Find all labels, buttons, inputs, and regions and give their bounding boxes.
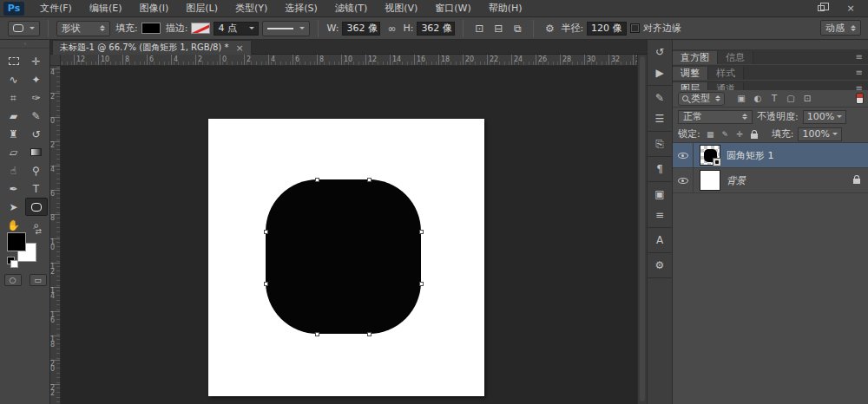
layer-filter-toggle[interactable]	[856, 93, 864, 104]
fill-swatch[interactable]	[141, 23, 161, 34]
fill-opacity-select[interactable]: 100%	[798, 127, 841, 141]
swap-colors-icon[interactable]: ⇄	[35, 227, 42, 236]
paragraph-panel-icon[interactable]: ¶	[650, 160, 669, 179]
lock-all-icon[interactable]	[749, 128, 760, 140]
workspace-select[interactable]: 动感	[820, 20, 861, 36]
clone-stamp-tool[interactable]: ♜	[3, 125, 25, 143]
stroke-swatch[interactable]	[191, 23, 210, 34]
smudge-tool[interactable]: ☝	[3, 161, 25, 179]
restore-window-button[interactable]	[812, 3, 830, 15]
lock-position-icon[interactable]: ✛	[734, 128, 746, 140]
screen-mode-button[interactable]: ▭	[30, 274, 47, 286]
rounded-rectangle-tool[interactable]	[25, 198, 48, 216]
quick-selection-tool[interactable]: ✦	[25, 70, 48, 88]
notes-panel-icon[interactable]: ≡	[650, 205, 669, 225]
default-colors-icon[interactable]	[7, 257, 15, 264]
layer-row[interactable]: 背景	[673, 168, 868, 193]
menu-item-6[interactable]: 滤镜(T)	[326, 0, 376, 16]
history-panel-icon[interactable]: ↺	[650, 42, 669, 62]
shape-anchor-point[interactable]	[315, 178, 319, 182]
layer-comps-panel-icon[interactable]: ▣	[650, 185, 669, 204]
shape-width-field[interactable]: 362 像	[342, 22, 380, 36]
link-dimensions-icon[interactable]: ∞	[384, 21, 399, 36]
panel-menu-icon[interactable]: ≡	[856, 52, 863, 62]
tool-preset-button[interactable]	[8, 21, 40, 36]
radius-field[interactable]: 120 像	[587, 22, 627, 36]
align-edges-checkbox[interactable]	[630, 23, 640, 33]
path-selection-tool[interactable]: ➤	[3, 198, 25, 216]
menu-item-2[interactable]: 图像(I)	[130, 0, 177, 16]
gradient-tool[interactable]	[25, 143, 48, 161]
shape-anchor-point[interactable]	[419, 230, 424, 234]
menu-item-9[interactable]: 帮助(H)	[480, 0, 531, 16]
filter-pixel-layers-icon[interactable]: ▣	[734, 92, 748, 105]
stroke-options-button[interactable]	[262, 21, 310, 36]
filter-shape-layers-icon[interactable]: ▢	[784, 92, 798, 105]
path-arrangement-icon[interactable]: ⧉	[510, 21, 525, 36]
menu-item-4[interactable]: 类型(Y)	[227, 0, 276, 16]
shape-anchor-point[interactable]	[264, 282, 268, 286]
menu-item-5[interactable]: 选择(S)	[276, 0, 326, 16]
lock-pixels-icon[interactable]: ✎	[720, 128, 731, 140]
filter-adjustment-layers-icon[interactable]: ◐	[751, 92, 765, 105]
move-tool[interactable]: ✛	[25, 52, 48, 70]
panel-tab-直方图[interactable]: 直方图	[673, 51, 718, 64]
layer-filter-kind-select[interactable]: 类型	[678, 92, 725, 106]
foreground-color-swatch[interactable]	[7, 232, 26, 251]
history-brush-tool[interactable]: ↺	[25, 125, 48, 143]
gear-icon[interactable]: ⚙	[542, 21, 557, 36]
filter-type-layers-icon[interactable]: T	[767, 92, 781, 105]
shape-anchor-point[interactable]	[367, 332, 372, 336]
photoshop-logo-icon[interactable]: Ps	[3, 2, 24, 16]
tab-close-icon[interactable]: ×	[235, 42, 243, 54]
character-panel-icon[interactable]: A	[650, 231, 669, 250]
canvas[interactable]	[208, 119, 484, 396]
visibility-cell[interactable]	[673, 143, 694, 167]
pen-tool[interactable]: ✒	[3, 179, 25, 198]
panel-menu-icon[interactable]: ≡	[856, 68, 863, 77]
tools-panel-grip[interactable]	[0, 40, 49, 49]
pasteboard[interactable]	[61, 66, 637, 404]
panel-tab-信息[interactable]: 信息	[718, 51, 753, 64]
blend-mode-select[interactable]: 正常	[678, 110, 753, 124]
tool-mode-select[interactable]: 形状	[56, 21, 110, 36]
vertical-scrollbar[interactable]	[637, 55, 647, 404]
menu-item-7[interactable]: 视图(V)	[376, 0, 426, 16]
stroke-width-field[interactable]: 4 点	[214, 22, 259, 36]
healing-brush-tool[interactable]: ▰	[3, 107, 25, 125]
path-operations-icon[interactable]: ⊡	[471, 21, 487, 36]
menu-item-3[interactable]: 图层(L)	[177, 0, 227, 16]
quick-mask-button[interactable]: ○	[4, 274, 22, 286]
type-tool[interactable]: T	[25, 179, 48, 198]
eyedropper-tool[interactable]: ✑	[25, 88, 48, 107]
layer-thumbnail[interactable]	[700, 145, 720, 166]
shape-anchor-point[interactable]	[264, 230, 268, 234]
rectangular-marquee-tool[interactable]	[3, 52, 25, 70]
brush-tool[interactable]: ✎	[25, 107, 48, 125]
document-tab[interactable]: 未标题-1 @ 66.7% (圆角矩形 1, RGB/8) * ×	[52, 40, 252, 55]
actions-panel-icon[interactable]: ▶	[650, 63, 669, 82]
rounded-rectangle-shape[interactable]	[266, 179, 421, 334]
layer-thumbnail[interactable]	[700, 170, 720, 191]
menu-item-1[interactable]: 编辑(E)	[81, 0, 131, 16]
shape-anchor-point[interactable]	[367, 178, 372, 182]
path-alignment-icon[interactable]: ⊟	[490, 21, 506, 36]
lock-transparency-icon[interactable]: ▦	[705, 128, 716, 140]
lasso-tool[interactable]: ∿	[3, 70, 25, 88]
crop-tool[interactable]: ⌗	[3, 88, 25, 107]
visibility-cell[interactable]	[673, 168, 694, 192]
brush-presets-panel-icon[interactable]: ☰	[650, 109, 669, 128]
shape-anchor-point[interactable]	[419, 282, 424, 286]
opacity-select[interactable]: 100%	[803, 110, 846, 124]
dodge-tool[interactable]: ⚲	[25, 161, 48, 179]
shape-height-field[interactable]: 362 像	[417, 22, 455, 36]
shape-anchor-point[interactable]	[315, 332, 319, 336]
panel-tab-样式[interactable]: 样式	[708, 67, 744, 80]
menu-item-8[interactable]: 窗口(W)	[426, 0, 479, 16]
close-window-button[interactable]: ×	[842, 3, 859, 15]
clone-source-panel-icon[interactable]: ⎘	[650, 134, 669, 153]
layer-row[interactable]: 圆角矩形 1	[673, 143, 868, 168]
character-styles-panel-icon[interactable]: ⚙	[650, 256, 669, 275]
brush-panel-icon[interactable]: ✎	[650, 88, 669, 108]
eraser-tool[interactable]: ▱	[3, 143, 25, 161]
